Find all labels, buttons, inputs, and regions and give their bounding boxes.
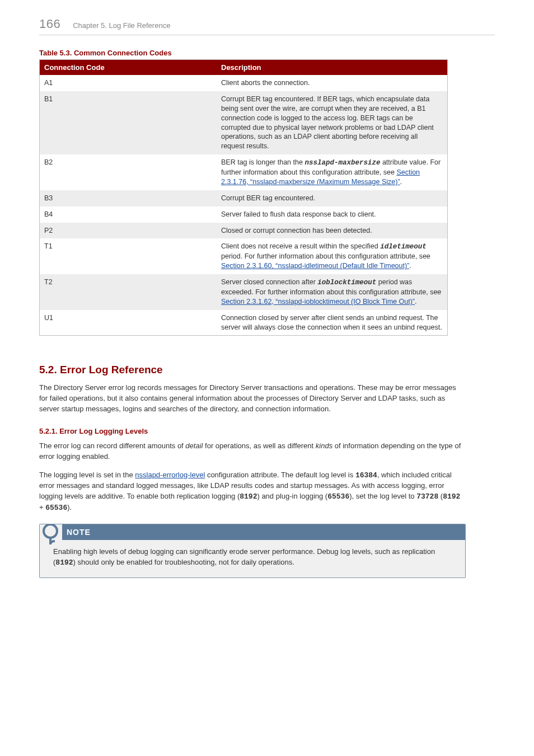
cell-desc: Closed or corrupt connection has been de… bbox=[217, 223, 448, 239]
table-row: B1 Corrupt BER tag encountered. If BER t… bbox=[40, 91, 448, 154]
note-body: Enabling high levels of debug logging ca… bbox=[40, 540, 465, 577]
cell-code: U1 bbox=[40, 310, 217, 336]
cell-code: B4 bbox=[40, 206, 217, 223]
cell-desc: Corrupt BER tag encountered. bbox=[217, 190, 448, 206]
attr-link[interactable]: nsslapd-errorlog-level bbox=[135, 471, 205, 479]
note-icon bbox=[40, 524, 62, 540]
chapter-title: Chapter 5. Log File Reference bbox=[73, 21, 170, 30]
table-row: B2 BER tag is longer than the nsslapd-ma… bbox=[40, 154, 448, 190]
cell-code: B1 bbox=[40, 91, 217, 154]
section-para: The Directory Server error log records m… bbox=[39, 383, 465, 415]
section-para: The logging level is set in the nsslapd-… bbox=[39, 470, 465, 514]
th-desc: Description bbox=[217, 60, 448, 76]
cell-code: T2 bbox=[40, 274, 217, 310]
page-header: 166 Chapter 5. Log File Reference bbox=[39, 17, 495, 35]
xref-link[interactable]: Section 2.3.1.60, “nsslapd-idletimeout (… bbox=[221, 262, 409, 270]
table-row: T2 Server closed connection after iobloc… bbox=[40, 274, 448, 310]
table-row: A1 Client aborts the connection. bbox=[40, 75, 448, 91]
cell-desc: Client does not receive a result within … bbox=[217, 238, 448, 274]
cell-code: P2 bbox=[40, 223, 217, 239]
table-row: U1 Connection closed by server after cli… bbox=[40, 310, 448, 336]
table-row: B3 Corrupt BER tag encountered. bbox=[40, 190, 448, 206]
section-para: The error log can record different amoun… bbox=[39, 441, 465, 462]
attr-name: nsslapd-maxbersize bbox=[305, 159, 380, 167]
subsection-heading: 5.2.1. Error Log Logging Levels bbox=[39, 427, 495, 435]
cell-desc: Server closed connection after ioblockti… bbox=[217, 274, 448, 310]
page-number: 166 bbox=[39, 17, 60, 31]
cell-code: A1 bbox=[40, 75, 217, 91]
table-row: P2 Closed or corrupt connection has been… bbox=[40, 223, 448, 239]
cell-code: B3 bbox=[40, 190, 217, 206]
table-caption: Table 5.3. Common Connection Codes bbox=[39, 49, 495, 57]
svg-point-0 bbox=[44, 524, 57, 538]
cell-desc: Connection closed by server after client… bbox=[217, 310, 448, 336]
table-row: T1 Client does not receive a result with… bbox=[40, 238, 448, 274]
attr-name: ioblocktimeout bbox=[317, 279, 376, 287]
cell-desc: BER tag is longer than the nsslapd-maxbe… bbox=[217, 154, 448, 190]
attr-name: idletimeout bbox=[380, 243, 427, 251]
section-heading: 5.2. Error Log Reference bbox=[39, 364, 495, 376]
cell-desc: Client aborts the connection. bbox=[217, 75, 448, 91]
cell-code: T1 bbox=[40, 238, 217, 274]
note-admonition: NOTE Enabling high levels of debug loggi… bbox=[39, 524, 466, 578]
table-row: B4 Server failed to flush data response … bbox=[40, 206, 448, 223]
xref-link[interactable]: Section 2.3.1.62, “nsslapd-ioblocktimeou… bbox=[221, 298, 415, 306]
cell-desc: Server failed to flush data response bac… bbox=[217, 206, 448, 223]
cell-code: B2 bbox=[40, 154, 217, 190]
th-code: Connection Code bbox=[40, 60, 217, 76]
cell-desc: Corrupt BER tag encountered. If BER tags… bbox=[217, 91, 448, 154]
connection-codes-table: Connection Code Description A1 Client ab… bbox=[39, 59, 448, 336]
note-title: NOTE bbox=[62, 524, 465, 540]
